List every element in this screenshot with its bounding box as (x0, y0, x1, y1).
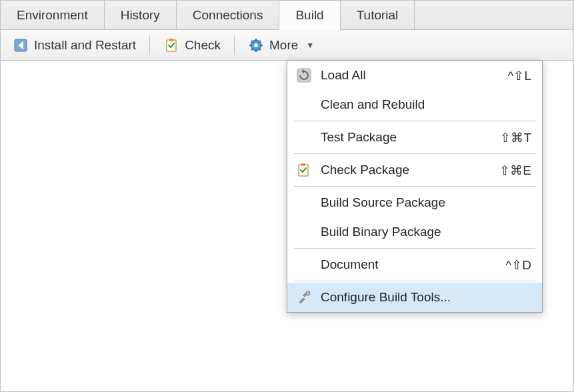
install-restart-label: Install and Restart (34, 38, 136, 53)
menu-shortcut: ⇧⌘E (499, 163, 531, 178)
menu-item-build-source[interactable]: Build Source Package (287, 188, 542, 217)
menu-label: Clean and Rebuild (321, 97, 531, 112)
svg-point-16 (306, 291, 310, 295)
tools-icon (297, 289, 315, 305)
gear-icon (248, 37, 264, 53)
clipboard-check-icon (297, 162, 315, 178)
menu-separator (294, 186, 535, 187)
tab-environment[interactable]: Environment (1, 1, 105, 29)
menu-label: Load All (321, 68, 497, 83)
tab-label: History (121, 8, 160, 23)
menu-item-load-all[interactable]: Load All ^⇧L (287, 61, 542, 90)
menu-item-document[interactable]: Document ^⇧D (287, 250, 542, 279)
menu-item-check-package[interactable]: Check Package ⇧⌘E (287, 155, 542, 185)
separator (234, 36, 235, 55)
menu-label: Build Binary Package (321, 225, 531, 239)
blank-icon (297, 97, 315, 113)
blank-icon (297, 195, 315, 211)
menu-label: Build Source Package (321, 195, 531, 210)
reload-icon (297, 67, 315, 83)
tab-connections[interactable]: Connections (177, 1, 280, 29)
menu-label: Configure Build Tools... (321, 290, 531, 305)
menu-shortcut: ⇧⌘T (500, 130, 531, 145)
tab-build[interactable]: Build (279, 1, 340, 30)
tab-label: Environment (17, 8, 88, 23)
blank-icon (297, 129, 315, 145)
more-dropdown-menu: Load All ^⇧L Clean and Rebuild Test Pack… (287, 60, 543, 313)
svg-rect-2 (169, 39, 173, 41)
toolbar: Install and Restart Check (1, 30, 573, 61)
menu-item-configure-build-tools[interactable]: Configure Build Tools... (287, 283, 542, 312)
blank-icon (297, 224, 315, 240)
menu-label: Check Package (321, 163, 489, 177)
tab-label: Connections (193, 8, 263, 23)
check-label: Check (185, 38, 221, 53)
menu-label: Test Package (321, 130, 489, 145)
tab-bar: Environment History Connections Build Tu… (1, 1, 573, 30)
more-label: More (269, 38, 298, 53)
check-button[interactable]: Check (157, 35, 227, 56)
blank-icon (297, 257, 315, 273)
menu-item-clean-rebuild[interactable]: Clean and Rebuild (287, 90, 542, 119)
menu-item-build-binary[interactable]: Build Binary Package (287, 217, 542, 247)
menu-label: Document (321, 257, 495, 272)
svg-point-4 (254, 43, 258, 47)
menu-shortcut: ^⇧L (508, 68, 531, 83)
tab-tutorial[interactable]: Tutorial (341, 1, 415, 29)
menu-separator (294, 153, 535, 154)
more-button[interactable]: More ▼ (241, 35, 321, 56)
menu-shortcut: ^⇧D (505, 257, 531, 273)
svg-rect-15 (301, 163, 305, 166)
tab-label: Build (295, 8, 323, 23)
menu-separator (294, 248, 535, 249)
chevron-down-icon: ▼ (306, 41, 314, 50)
tab-history[interactable]: History (105, 1, 177, 29)
menu-item-test-package[interactable]: Test Package ⇧⌘T (287, 123, 542, 152)
install-restart-button[interactable]: Install and Restart (6, 35, 143, 56)
install-icon (13, 37, 29, 53)
menu-separator (294, 121, 535, 121)
tab-label: Tutorial (357, 8, 399, 23)
menu-separator (294, 281, 535, 281)
clipboard-check-icon (163, 37, 179, 53)
separator (149, 36, 150, 55)
